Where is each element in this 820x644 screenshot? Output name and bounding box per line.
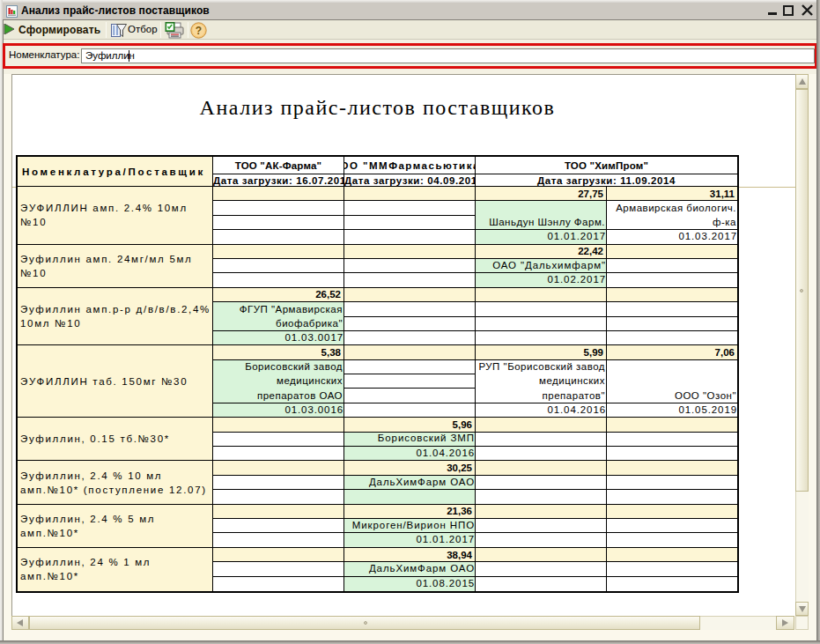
svg-text:?: ? <box>196 25 202 37</box>
